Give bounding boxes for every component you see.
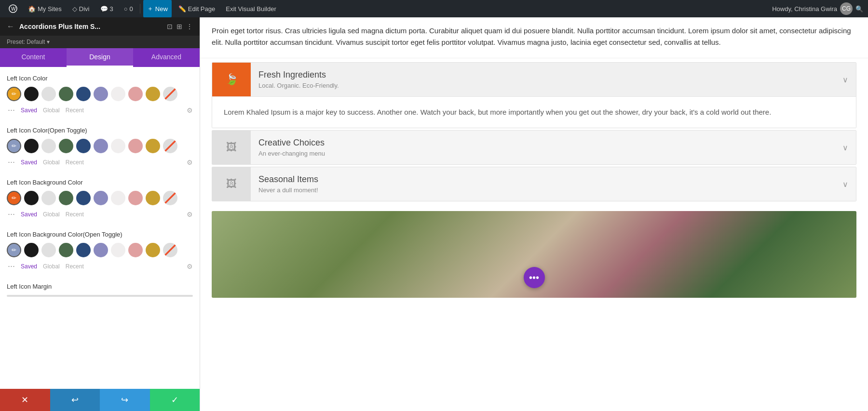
accordion-header-fresh-ingredients[interactable]: 🍃Fresh IngredientsLocal. Organic. Eco-Fr… — [212, 63, 856, 96]
bottom-toolbar: ✕ ↩ ↪ ✓ — [0, 389, 200, 411]
color-global-link-left-icon-color-open[interactable]: Global — [43, 159, 60, 166]
color-swatch-left-icon-bg-color-6[interactable] — [111, 191, 125, 205]
accordion-header-seasonal-items[interactable]: 🖼Seasonal ItemsNever a dull moment!∨ — [212, 167, 856, 201]
color-swatch-left-icon-color-7[interactable] — [128, 87, 143, 101]
color-saved-link-left-icon-color[interactable]: Saved — [21, 107, 37, 114]
tab-advanced[interactable]: Advanced — [133, 48, 200, 67]
color-swatch-left-icon-color-open-1[interactable] — [24, 139, 39, 153]
color-settings-icon[interactable]: ⚙ — [187, 159, 193, 166]
color-global-link-left-icon-bg-color[interactable]: Global — [43, 211, 60, 218]
color-swatch-left-icon-bg-color-open-4[interactable] — [76, 243, 91, 257]
color-swatch-left-icon-color-3[interactable] — [59, 87, 73, 101]
save-button[interactable]: ✓ — [150, 389, 200, 411]
more-dots-icon[interactable]: ··· — [8, 261, 15, 271]
color-settings-icon[interactable]: ⚙ — [187, 211, 193, 218]
accordion-item-seasonal-items: 🖼Seasonal ItemsNever a dull moment!∨ — [212, 167, 856, 201]
exit-builder-button[interactable]: Exit Visual Builder — [222, 0, 280, 17]
color-swatch-left-icon-bg-color-open-1[interactable] — [24, 243, 39, 257]
edit-page-button[interactable]: ✏️ Edit Page — [175, 0, 219, 17]
accordion-icon-creative-choices: 🖼 — [212, 131, 251, 164]
cancel-button[interactable]: ✕ — [0, 389, 50, 411]
color-swatch-left-icon-bg-color-open-7[interactable] — [128, 243, 143, 257]
back-button[interactable]: ← — [7, 22, 14, 31]
color-swatch-left-icon-bg-color-4[interactable] — [76, 191, 91, 205]
more-dots-icon[interactable]: ··· — [8, 209, 15, 219]
color-swatch-left-icon-bg-color-1[interactable] — [24, 191, 39, 205]
expand-icon[interactable]: ⊡ — [167, 23, 173, 30]
color-swatch-left-icon-color-4[interactable] — [76, 87, 91, 101]
new-button[interactable]: ＋ New — [143, 0, 172, 17]
divi-menu[interactable]: ◇ Divi — [68, 0, 94, 17]
panel-title: Accordions Plus Item S... — [19, 23, 162, 30]
color-recent-link-left-icon-bg-color-open[interactable]: Recent — [66, 263, 84, 270]
more-dots-icon[interactable]: ··· — [8, 105, 15, 115]
color-swatch-left-icon-bg-color-2[interactable] — [41, 191, 56, 205]
color-saved-link-left-icon-bg-color[interactable]: Saved — [21, 211, 37, 218]
right-content: Proin eget tortor risus. Cras ultricies … — [200, 17, 868, 411]
more-dots-icon[interactable]: ··· — [8, 157, 15, 167]
edit-icon: ✏️ — [178, 5, 186, 13]
color-swatch-left-icon-color-open-6[interactable] — [111, 139, 125, 153]
color-swatch-left-icon-color-open-8[interactable] — [146, 139, 160, 153]
color-swatch-left-icon-color-open-0[interactable]: ✏ — [7, 139, 21, 153]
color-swatch-left-icon-bg-color-open-2[interactable] — [41, 243, 56, 257]
wordpress-logo[interactable]: W — [5, 0, 21, 17]
undo-button[interactable]: ↩ — [50, 389, 100, 411]
color-global-link-left-icon-bg-color-open[interactable]: Global — [43, 263, 60, 270]
color-section-title-left-icon-margin: Left Icon Margin — [7, 283, 193, 290]
color-swatch-left-icon-bg-color-open-8[interactable] — [146, 243, 160, 257]
color-swatch-left-icon-bg-color-open-3[interactable] — [59, 243, 73, 257]
color-swatch-left-icon-bg-color-5[interactable] — [94, 191, 108, 205]
tab-design[interactable]: Design — [67, 48, 133, 67]
color-swatch-left-icon-bg-color-open-0[interactable]: ✏ — [7, 243, 21, 257]
plus-icon: ＋ — [147, 4, 153, 13]
color-swatch-left-icon-color-6[interactable] — [111, 87, 125, 101]
color-swatch-left-icon-color-open-5[interactable] — [94, 139, 108, 153]
search-icon[interactable]: 🔍 — [855, 5, 863, 13]
panel-header-icons: ⊡ ⊞ ⋮ — [167, 23, 193, 30]
margin-slider[interactable] — [7, 295, 193, 297]
color-settings-icon[interactable]: ⚙ — [187, 106, 193, 114]
tab-content[interactable]: Content — [0, 48, 67, 67]
color-swatch-left-icon-bg-color-0[interactable]: ✏ — [7, 191, 21, 205]
more-icon[interactable]: ⋮ — [186, 23, 193, 30]
color-meta-left-icon-bg-color: ···SavedGlobalRecent⚙ — [7, 209, 193, 219]
swatch-row-left-icon-color-open: ✏ — [7, 139, 193, 153]
color-swatch-left-icon-bg-color-7[interactable] — [128, 191, 143, 205]
color-settings-icon[interactable]: ⚙ — [187, 263, 193, 270]
comment-count[interactable]: ○ 0 — [120, 0, 137, 17]
color-global-link-left-icon-color[interactable]: Global — [43, 107, 60, 114]
comments-menu[interactable]: 💬 3 — [96, 0, 117, 17]
color-swatch-left-icon-bg-color-3[interactable] — [59, 191, 73, 205]
color-swatch-left-icon-color-open-9[interactable] — [163, 139, 177, 153]
color-swatch-left-icon-bg-color-open-5[interactable] — [94, 243, 108, 257]
color-saved-link-left-icon-color-open[interactable]: Saved — [21, 159, 37, 166]
color-swatch-left-icon-color-5[interactable] — [94, 87, 108, 101]
accordion-header-creative-choices[interactable]: 🖼Creative ChoicesAn ever-changing menu∨ — [212, 131, 856, 164]
color-swatch-left-icon-color-open-7[interactable] — [128, 139, 143, 153]
color-swatch-left-icon-bg-color-open-9[interactable] — [163, 243, 177, 257]
color-recent-link-left-icon-color-open[interactable]: Recent — [66, 159, 84, 166]
color-saved-link-left-icon-bg-color-open[interactable]: Saved — [21, 263, 37, 270]
color-swatch-left-icon-bg-color-8[interactable] — [146, 191, 160, 205]
floating-action-button[interactable]: ••• — [524, 267, 545, 288]
color-swatch-left-icon-color-open-3[interactable] — [59, 139, 73, 153]
color-swatch-left-icon-color-2[interactable] — [41, 87, 56, 101]
accordion-title-creative-choices: Creative Choices — [258, 138, 827, 148]
comment-bubble-icon: ○ — [124, 5, 128, 13]
redo-button[interactable]: ↪ — [100, 389, 150, 411]
grid-icon[interactable]: ⊞ — [176, 23, 182, 30]
color-swatch-left-icon-color-8[interactable] — [146, 87, 160, 101]
color-swatch-left-icon-bg-color-open-6[interactable] — [111, 243, 125, 257]
preset-selector[interactable]: Preset: Default ▾ — [0, 36, 200, 48]
svg-text:W: W — [11, 6, 16, 12]
my-sites-menu[interactable]: 🏠 My Sites — [24, 0, 66, 17]
color-swatch-left-icon-bg-color-9[interactable] — [163, 191, 177, 205]
color-swatch-left-icon-color-1[interactable] — [24, 87, 39, 101]
color-recent-link-left-icon-bg-color[interactable]: Recent — [66, 211, 84, 218]
color-swatch-left-icon-color-0[interactable]: ✏ — [7, 87, 21, 101]
color-swatch-left-icon-color-open-2[interactable] — [41, 139, 56, 153]
color-swatch-left-icon-color-9[interactable] — [163, 87, 177, 101]
color-swatch-left-icon-color-open-4[interactable] — [76, 139, 91, 153]
color-recent-link-left-icon-color[interactable]: Recent — [66, 107, 84, 114]
